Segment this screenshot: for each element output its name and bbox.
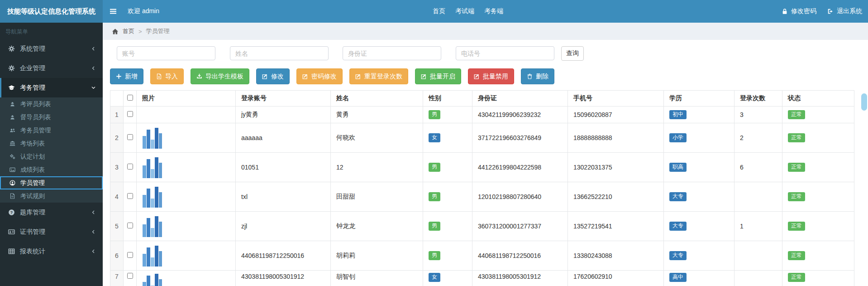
idcard-cell: 430381198005301912 xyxy=(472,270,568,286)
sidebar-subitem-考试规则[interactable]: 考试规则 xyxy=(0,189,103,203)
toolbar-button-label: 导出学生模板 xyxy=(205,73,243,81)
sidebar-subitem-成绩列表[interactable]: 成绩列表 xyxy=(0,163,103,176)
photo-cell xyxy=(137,270,236,286)
scrollbar-thumb[interactable] xyxy=(861,93,867,111)
search-button[interactable]: 查询 xyxy=(561,46,584,61)
toolbar-button-批量禁用[interactable]: 批量禁用 xyxy=(468,68,514,84)
sidebar-subitem-考务员管理[interactable]: 考务员管理 xyxy=(0,124,103,137)
row-checkbox[interactable] xyxy=(127,164,133,170)
toolbar-button-新增[interactable]: 新增 xyxy=(110,68,143,84)
sidebar-subitem-考场列表[interactable]: 考场列表 xyxy=(0,137,103,150)
navbar-action-label: 退出系统 xyxy=(837,7,862,15)
education-badge: 初中 xyxy=(669,110,687,119)
education-cell: 大专 xyxy=(664,182,734,211)
breadcrumb-home[interactable]: 首页 xyxy=(123,27,134,35)
filter-input-姓名[interactable] xyxy=(230,46,329,60)
navbar-action-lock[interactable]: 修改密码 xyxy=(782,7,816,15)
row-select-cell xyxy=(124,152,137,182)
gender-badge: 男 xyxy=(429,192,440,201)
name-cell: 田甜甜 xyxy=(331,182,423,211)
toolbar-button-批量开启[interactable]: 批量开启 xyxy=(415,68,461,84)
idcard-cell: 440681198712250016 xyxy=(472,241,568,270)
sidebar-item-label: 企业管理 xyxy=(20,64,45,73)
navbar-action-label: 修改密码 xyxy=(791,7,816,15)
sidebar-item-报表统计[interactable]: 报表统计 xyxy=(0,242,103,261)
gender-badge: 男 xyxy=(429,222,440,231)
chevron-left-icon xyxy=(91,46,96,51)
select-all-checkbox[interactable] xyxy=(127,95,133,101)
student-photo xyxy=(142,245,230,267)
name-cell: 12 xyxy=(331,152,423,182)
chevron-down-icon xyxy=(91,85,96,90)
sidebar-item-系统管理[interactable]: 系统管理 xyxy=(0,39,103,58)
cogs-icon xyxy=(10,154,15,160)
sidebar-toggle-button[interactable] xyxy=(103,0,124,23)
header-学历: 学历 xyxy=(664,91,734,107)
toolbar-button-修改[interactable]: 修改 xyxy=(256,68,290,84)
education-cell: 大专 xyxy=(664,241,734,270)
account-cell: 430381198005301912 xyxy=(236,270,331,286)
toolbar-button-导入[interactable]: x导入 xyxy=(150,68,184,84)
idcard-cell: 371722196603276849 xyxy=(472,123,568,152)
table-row: 6440681198712250016胡莉莉男44068119871225001… xyxy=(110,241,854,270)
student-photo xyxy=(142,186,230,208)
sidebar-subitem-学员管理[interactable]: 学员管理 xyxy=(0,176,103,189)
sidebar-item-题库管理[interactable]: ?题库管理 xyxy=(0,203,103,222)
toolbar-button-删除[interactable]: 删除 xyxy=(521,68,554,84)
home-icon xyxy=(112,28,119,35)
status-cell: 正常 xyxy=(782,270,854,286)
file-icon xyxy=(10,193,15,199)
header-照片: 照片 xyxy=(137,91,236,107)
edit-icon xyxy=(421,73,427,79)
sidebar-item-企业管理[interactable]: 企业管理 xyxy=(0,58,103,78)
row-checkbox[interactable] xyxy=(127,273,133,279)
row-select-cell xyxy=(124,123,137,152)
row-checkbox[interactable] xyxy=(127,252,133,258)
row-checkbox[interactable] xyxy=(127,223,133,228)
app-logo[interactable]: 技能等级认定信息化管理系统 xyxy=(0,0,103,23)
row-checkbox[interactable] xyxy=(127,111,133,117)
navbar-link-首页[interactable]: 首页 xyxy=(433,7,445,15)
row-select-cell xyxy=(124,107,137,123)
photo-cell xyxy=(137,241,236,270)
chevron-left-icon xyxy=(91,229,96,234)
sidebar-subitem-认定计划[interactable]: 认定计划 xyxy=(0,150,103,163)
education-cell: 高中 xyxy=(664,270,734,286)
filter-input-账号[interactable] xyxy=(117,46,215,60)
navbar-action-sign-out[interactable]: 退出系统 xyxy=(827,7,862,15)
row-index: 1 xyxy=(110,107,124,123)
sidebar-subitem-督导员列表[interactable]: 督导员列表 xyxy=(0,111,103,124)
status-badge: 正常 xyxy=(788,163,805,172)
header-登录账号: 登录账号 xyxy=(236,91,331,107)
toolbar-button-重置登录次数[interactable]: 重置登录次数 xyxy=(349,68,408,84)
row-checkbox[interactable] xyxy=(127,134,133,140)
login-count-cell: 1 xyxy=(734,211,782,241)
download-icon xyxy=(196,73,202,79)
sign-out-icon xyxy=(827,8,834,15)
user-secret-icon xyxy=(10,114,15,120)
login-count-cell: 6 xyxy=(734,152,782,182)
navbar-link-考务端[interactable]: 考务端 xyxy=(484,7,503,15)
gender-badge: 男 xyxy=(429,163,440,172)
status-badge: 正常 xyxy=(788,222,805,231)
toolbar-button-密码修改[interactable]: 密码修改 xyxy=(296,68,343,84)
filter-input-身份证[interactable] xyxy=(343,46,441,60)
sidebar-subitem-考评员列表[interactable]: 考评员列表 xyxy=(0,97,103,111)
education-badge: 职高 xyxy=(669,163,687,172)
sidebar-subitem-label: 成绩列表 xyxy=(20,166,45,174)
row-checkbox[interactable] xyxy=(127,193,133,199)
toolbar-button-导出学生模板[interactable]: 导出学生模板 xyxy=(191,68,249,84)
phone-cell: 13380243088 xyxy=(568,241,664,270)
navbar-link-考试端[interactable]: 考试端 xyxy=(455,7,474,15)
gender-cell: 男 xyxy=(423,211,472,241)
status-cell: 正常 xyxy=(782,152,854,182)
sidebar-subitem-label: 认定计划 xyxy=(20,153,45,161)
trash-icon xyxy=(527,73,533,79)
toolbar-button-label: 批量开启 xyxy=(430,73,455,81)
photo-cell xyxy=(137,152,236,182)
plus-icon xyxy=(116,73,122,79)
filter-input-电话号[interactable] xyxy=(456,46,554,60)
sidebar-item-考务管理[interactable]: 考务管理 xyxy=(0,78,103,97)
sidebar-item-证书管理[interactable]: 证书管理 xyxy=(0,222,103,242)
chevron-left-icon xyxy=(91,210,96,215)
